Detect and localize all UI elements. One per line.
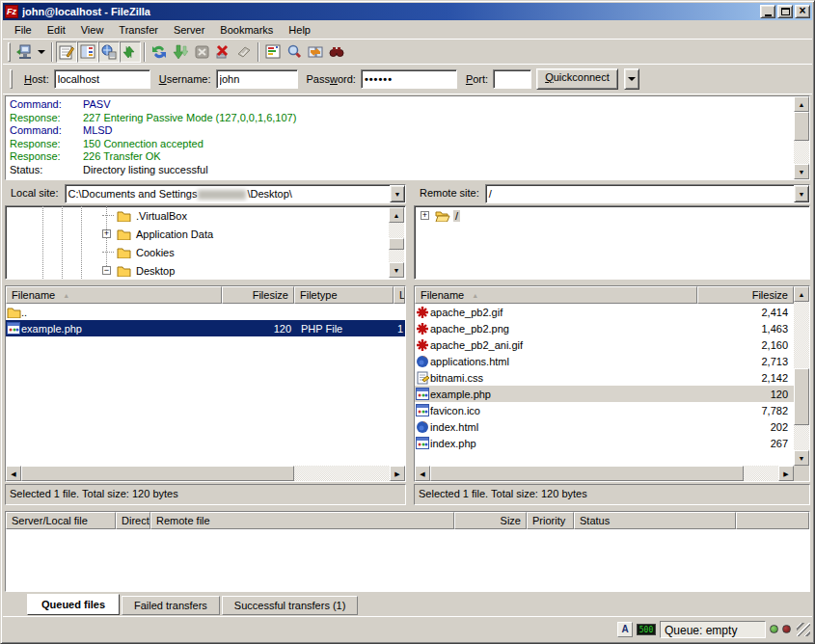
tree-item-root[interactable]: + / — [415, 206, 809, 225]
local-tree-scrollbar[interactable]: ▲ ▼ — [389, 207, 404, 278]
resize-grip[interactable] — [797, 623, 810, 636]
synchronized-browsing-button[interactable] — [305, 41, 326, 63]
file-row[interactable]: index.html 202 — [415, 418, 794, 435]
quickconnect-dropdown-button[interactable] — [624, 68, 639, 90]
toggle-remote-tree-button[interactable] — [98, 41, 120, 63]
column-header-filesize[interactable]: Filesize — [697, 286, 794, 304]
tree-item-desktop[interactable]: − Desktop — [6, 261, 405, 280]
scrollbar-thumb[interactable] — [21, 466, 294, 481]
scroll-up-icon[interactable]: ▲ — [794, 96, 809, 112]
port-input[interactable] — [493, 69, 531, 89]
data-type-indicator-icon[interactable]: A — [617, 622, 633, 637]
tab-failed-transfers[interactable]: Failed transfers — [122, 596, 220, 615]
scrollbar-thumb[interactable] — [389, 238, 404, 249]
file-row[interactable]: apache_pb2_ani.gif 2,160 — [415, 336, 794, 353]
scroll-left-icon[interactable]: ◀ — [6, 466, 21, 481]
column-header-size[interactable]: Size — [454, 512, 527, 529]
column-header-priority[interactable]: Priority — [527, 512, 574, 529]
remote-site-dropdown-icon[interactable]: ▼ — [794, 185, 809, 202]
file-row[interactable]: favicon.ico 7,782 — [415, 402, 794, 418]
cancel-operation-button[interactable] — [191, 41, 212, 63]
tree-item-application-data[interactable]: + Application Data — [6, 225, 405, 243]
column-header-server-local-file[interactable]: Server/Local file — [6, 512, 116, 529]
speed-limit-icon[interactable]: 500 — [637, 624, 656, 635]
expand-plus-icon[interactable]: + — [421, 211, 429, 220]
remote-directory-tree[interactable]: + / — [414, 205, 810, 280]
menu-transfer[interactable]: Transfer — [111, 21, 166, 39]
close-button[interactable]: × — [795, 5, 810, 18]
local-list-body[interactable]: .. example.php 120 PHP File 1 — [6, 304, 405, 466]
file-row-selected[interactable]: example.php 120 — [415, 386, 794, 402]
remote-vertical-scrollbar[interactable]: ▲ ▼ — [794, 286, 809, 481]
file-row[interactable]: apache_pb2.png 1,463 — [415, 320, 794, 336]
column-header-last-modified[interactable]: L — [394, 286, 405, 304]
message-log[interactable]: Command:PASV Response:227 Entering Passi… — [5, 95, 810, 180]
toolbar-gripper[interactable] — [8, 42, 11, 62]
file-row[interactable]: apache_pb2.gif 2,414 — [415, 304, 794, 320]
tree-item-virtualbox[interactable]: .VirtualBox — [6, 206, 405, 225]
local-site-combo[interactable]: C:\Documents and Settings\Desktop\ ▼ — [65, 184, 406, 203]
scroll-right-icon[interactable]: ▶ — [778, 466, 794, 481]
scroll-right-icon[interactable]: ▶ — [390, 466, 405, 481]
file-row[interactable]: bitnami.css 2,142 — [415, 369, 794, 386]
disconnect-button[interactable] — [212, 41, 233, 63]
password-input[interactable] — [361, 69, 457, 89]
column-header-filesize[interactable]: Filesize — [222, 286, 294, 304]
remote-horizontal-scrollbar[interactable]: ◀ ▶ — [415, 466, 794, 481]
reconnect-button[interactable] — [233, 41, 255, 63]
scroll-left-icon[interactable]: ◀ — [415, 466, 430, 481]
scroll-up-icon[interactable]: ▲ — [389, 207, 404, 223]
parent-directory-row[interactable]: .. — [6, 304, 405, 320]
site-manager-button[interactable] — [14, 41, 35, 63]
local-site-dropdown-icon[interactable]: ▼ — [390, 185, 405, 202]
file-row[interactable]: index.php 267 — [415, 435, 794, 451]
refresh-button[interactable] — [149, 41, 170, 63]
column-header-remote-file[interactable]: Remote file — [150, 512, 454, 529]
menu-help[interactable]: Help — [281, 21, 318, 39]
log-scrollbar[interactable]: ▲ ▼ — [794, 96, 809, 179]
find-files-button[interactable] — [326, 41, 347, 63]
scrollbar-thumb[interactable] — [794, 112, 809, 141]
toggle-message-log-button[interactable] — [56, 41, 77, 63]
host-input[interactable] — [54, 69, 150, 89]
file-row[interactable]: applications.html 2,713 — [415, 353, 794, 369]
menu-view[interactable]: View — [73, 21, 112, 39]
scroll-up-icon[interactable]: ▲ — [794, 286, 809, 302]
collapse-minus-icon[interactable]: − — [102, 266, 111, 275]
menu-server[interactable]: Server — [166, 21, 212, 39]
column-header-filetype[interactable]: Filetype — [294, 286, 394, 304]
scroll-down-icon[interactable]: ▼ — [794, 450, 809, 466]
local-horizontal-scrollbar[interactable]: ◀ ▶ — [6, 466, 405, 481]
column-header-status[interactable]: Status — [574, 512, 736, 529]
menu-edit[interactable]: Edit — [40, 21, 73, 39]
tab-queued-files[interactable]: Queued files — [27, 594, 120, 615]
menu-bookmarks[interactable]: Bookmarks — [212, 21, 281, 39]
toggle-local-tree-button[interactable] — [77, 41, 98, 63]
quickconnect-gripper[interactable] — [10, 69, 13, 89]
tree-item-cookies[interactable]: Cookies — [6, 243, 405, 261]
menu-file[interactable]: File — [7, 21, 40, 39]
title-bar[interactable]: Fz john@localhost - FileZilla × — [3, 3, 812, 20]
directory-filter-button[interactable] — [262, 41, 284, 63]
queue-body[interactable] — [6, 529, 809, 591]
tab-successful-transfers[interactable]: Successful transfers (1) — [222, 596, 359, 615]
site-manager-dropdown-button[interactable] — [35, 41, 48, 63]
scrollbar-thumb[interactable] — [794, 368, 809, 425]
username-input[interactable] — [216, 69, 298, 89]
directory-comparison-button[interactable] — [284, 41, 305, 63]
scroll-down-icon[interactable]: ▼ — [794, 164, 809, 179]
quickconnect-button[interactable]: Quickconnect — [536, 68, 618, 90]
toggle-transfer-queue-button[interactable] — [120, 41, 141, 63]
maximize-button[interactable] — [777, 5, 793, 18]
process-queue-button[interactable] — [170, 41, 191, 63]
minimize-button[interactable] — [760, 5, 775, 18]
remote-list-body[interactable]: apache_pb2.gif 2,414 apache_pb2.png 1,46… — [415, 304, 794, 466]
file-row-selected[interactable]: example.php 120 PHP File 1 — [6, 320, 405, 336]
scrollbar-thumb[interactable] — [430, 466, 744, 481]
expand-plus-icon[interactable]: + — [102, 229, 111, 238]
column-header-filename[interactable]: Filename▲ — [415, 286, 697, 304]
scroll-down-icon[interactable]: ▼ — [389, 262, 404, 278]
remote-site-combo[interactable]: / ▼ — [485, 184, 810, 203]
column-header-filename[interactable]: Filename▲ — [6, 286, 222, 304]
column-header-direction[interactable]: Directi... — [116, 512, 150, 529]
